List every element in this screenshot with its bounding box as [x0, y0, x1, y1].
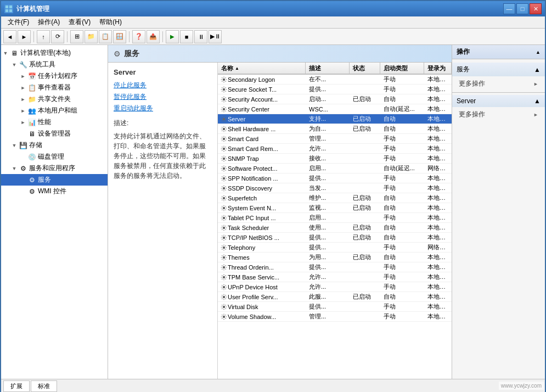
- service-row[interactable]: Secondary Logon 在不... 手动 本地系统: [218, 75, 452, 85]
- col-header-name[interactable]: 名称 ▲: [218, 63, 306, 74]
- col-header-login[interactable]: 登录为: [424, 63, 452, 74]
- service-row[interactable]: Thread Orderin... 提供... 手动 本地系统: [218, 262, 452, 272]
- service-desc-cell: 允许...: [306, 283, 350, 291]
- service-startup-cell: 手动: [380, 174, 424, 182]
- col-header-desc[interactable]: 描述: [306, 63, 350, 74]
- export-button[interactable]: 📤: [147, 30, 160, 43]
- up-button[interactable]: ↑: [37, 30, 50, 43]
- task-scheduler-toggle[interactable]: ►: [19, 72, 27, 81]
- performance-toggle[interactable]: ►: [19, 118, 27, 127]
- service-row[interactable]: Security Account... 启动... 已启动 自动 本地系统: [218, 94, 452, 104]
- service-row[interactable]: User Profile Serv... 此服... 已启动 自动 本地系统: [218, 292, 452, 302]
- service-row[interactable]: Superfetch 维护... 已启动 自动 本地系统: [218, 193, 452, 203]
- service-row[interactable]: Smart Card Rem... 允许... 手动 本地服务: [218, 144, 452, 154]
- service-row[interactable]: Security Center WSC... 自动(延迟... 本地服务: [218, 104, 452, 114]
- system-tools-toggle[interactable]: ▼: [10, 60, 19, 69]
- pause-button[interactable]: ⏸: [194, 30, 207, 43]
- shared-folders-label: 共享文件夹: [38, 94, 71, 104]
- maximize-button[interactable]: □: [516, 3, 528, 14]
- menu-action[interactable]: 操作(A): [33, 16, 64, 28]
- event-viewer-label: 事件查看器: [38, 83, 71, 92]
- local-users-toggle[interactable]: ►: [19, 107, 27, 115]
- toolbar: ◄ ► ↑ ⟳ ⊞ 📁 📋 🪟 ❓ 📤 ▶ ■ ⏸ ▶⏸: [1, 29, 545, 45]
- service-gear-icon: [220, 303, 228, 311]
- folder-button[interactable]: 📁: [85, 30, 98, 43]
- service-startup-cell: 自动: [380, 194, 424, 202]
- services-apps-toggle[interactable]: ▼: [10, 164, 19, 173]
- window-frame: 计算机管理 — □ ✕ 文件(F) 操作(A) 查看(V) 帮助(H) ◄ ► …: [0, 0, 546, 392]
- service-status-cell: 已启动: [350, 95, 380, 103]
- service-startup-cell: 自动(延迟...: [380, 164, 424, 172]
- show-hide-button[interactable]: ⊞: [70, 30, 83, 43]
- restart-service-link[interactable]: 重启动此服务: [114, 104, 212, 113]
- service-row[interactable]: TPM Base Servic... 允许... 手动 本地服务: [218, 272, 452, 282]
- minimize-button[interactable]: —: [503, 3, 515, 14]
- service-row[interactable]: SSDP Discovery 当发... 手动 本地服务: [218, 183, 452, 193]
- col-header-status[interactable]: 状态: [350, 63, 380, 74]
- right-more-actions-1[interactable]: 更多操作 ►: [452, 77, 545, 90]
- menu-view[interactable]: 查看(V): [64, 16, 95, 28]
- service-login-cell: 本地系统: [424, 194, 452, 202]
- new-window-button[interactable]: 🪟: [113, 30, 126, 43]
- info-left: Server 停止此服务 暂停此服务 重启动此服务 描述: 支持此计算机通过网络…: [108, 63, 218, 379]
- forward-button[interactable]: ►: [18, 30, 31, 43]
- root-toggle[interactable]: ▼: [1, 49, 10, 58]
- tree-root-item[interactable]: ▼ 🖥 计算机管理(本地): [1, 47, 108, 59]
- pause-service-link[interactable]: 暂停此服务: [114, 92, 212, 102]
- service-login-cell: 本地系统: [424, 214, 452, 222]
- tab-expand[interactable]: 扩展: [3, 380, 30, 392]
- refresh-button[interactable]: ⟳: [51, 30, 64, 43]
- service-gear-icon: [220, 293, 228, 301]
- service-row[interactable]: Secure Socket T... 提供... 手动 本地服务: [218, 85, 452, 94]
- service-row[interactable]: System Event N... 监视... 已启动 自动 本地系统: [218, 203, 452, 213]
- service-row[interactable]: TCP/IP NetBIOS ... 提供... 已启动 自动 本地服务: [218, 233, 452, 243]
- menu-help[interactable]: 帮助(H): [95, 16, 126, 28]
- stop-service-link[interactable]: 停止此服务: [114, 81, 212, 90]
- tree-performance[interactable]: ► 📊 性能: [1, 116, 108, 128]
- storage-toggle[interactable]: ▼: [10, 141, 19, 150]
- tree-wmi[interactable]: ► ⚙ WMI 控件: [1, 186, 108, 197]
- close-button[interactable]: ✕: [530, 3, 542, 14]
- right-actions-title: 操作 ▲: [452, 45, 545, 59]
- menu-file[interactable]: 文件(F): [3, 16, 33, 28]
- resume-button[interactable]: ▶⏸: [209, 30, 222, 43]
- stop-button[interactable]: ■: [180, 30, 193, 43]
- back-button[interactable]: ◄: [3, 30, 16, 43]
- service-row[interactable]: UPnP Device Host 允许... 手动 本地服务: [218, 282, 452, 292]
- service-row[interactable]: Shell Hardware ... 为自... 已启动 自动 本地系统: [218, 124, 452, 134]
- right-more-actions-2[interactable]: 更多操作 ►: [452, 108, 545, 121]
- play-button[interactable]: ▶: [166, 30, 179, 43]
- tree-local-users[interactable]: ► 👥 本地用户和组: [1, 105, 108, 116]
- properties-button[interactable]: 📋: [99, 30, 112, 43]
- service-row[interactable]: Task Scheduler 使用... 已启动 自动 本地系统: [218, 223, 452, 233]
- service-row[interactable]: Tablet PC Input ... 启用... 手动 本地系统: [218, 213, 452, 223]
- tree-shared-folders[interactable]: ► 📁 共享文件夹: [1, 93, 108, 105]
- tree-services-apps[interactable]: ▼ ⚙ 服务和应用程序: [1, 163, 108, 174]
- tab-standard[interactable]: 标准: [31, 380, 57, 392]
- service-row[interactable]: Server 支持... 已启动 自动 本地系统: [218, 114, 452, 124]
- service-row[interactable]: Telephony 提供... 手动 网络服务: [218, 243, 452, 253]
- shared-folders-toggle[interactable]: ►: [19, 95, 27, 104]
- tree-device-manager[interactable]: ► 🖥 设备管理器: [1, 128, 108, 139]
- event-viewer-toggle[interactable]: ►: [19, 83, 27, 92]
- service-row[interactable]: Themes 为用... 已启动 自动 本地系统: [218, 253, 452, 262]
- help-button[interactable]: ❓: [132, 30, 145, 43]
- window-icon: [4, 4, 13, 13]
- service-row[interactable]: Virtual Disk 提供... 手动 本地系统: [218, 302, 452, 312]
- service-row[interactable]: SNMP Trap 接收... 手动 本地服务: [218, 154, 452, 164]
- col-header-startup[interactable]: 启动类型: [380, 63, 424, 74]
- tree-storage[interactable]: ▼ 💾 存储: [1, 139, 108, 151]
- service-name-cell: Thread Orderin...: [218, 264, 306, 271]
- tree-system-tools[interactable]: ▼ 🔧 系统工具: [1, 59, 108, 70]
- service-row[interactable]: Volume Shadow... 管理... 手动 本地系统: [218, 312, 452, 322]
- service-row[interactable]: SPP Notification ... 提供... 手动 本地服务: [218, 173, 452, 183]
- service-gear-icon: [220, 313, 228, 321]
- service-row[interactable]: Smart Card 管理... 手动 本地服务: [218, 134, 452, 144]
- tree-services[interactable]: ► ⚙ 服务: [1, 174, 108, 186]
- service-row[interactable]: Software Protect... 启用... 自动(延迟... 网络服务: [218, 164, 452, 173]
- service-gear-icon: [220, 115, 228, 123]
- tree-event-viewer[interactable]: ► 📋 事件查看器: [1, 82, 108, 93]
- service-header-icon: ⚙: [114, 49, 121, 58]
- tree-task-scheduler[interactable]: ► 📅 任务计划程序: [1, 70, 108, 82]
- tree-disk-mgmt[interactable]: ► 💿 磁盘管理: [1, 151, 108, 163]
